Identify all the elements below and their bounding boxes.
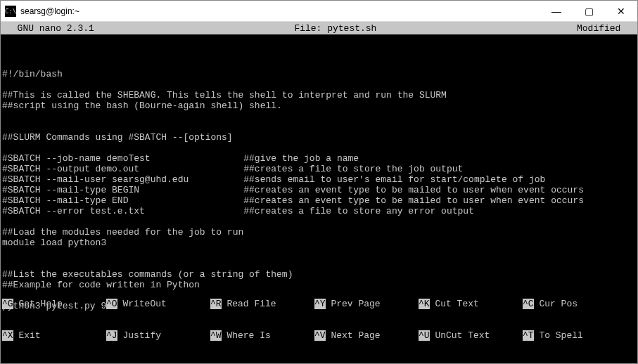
- shortcut-label: To Spell: [534, 330, 583, 341]
- nano-version: GNU nano 2.3.1: [6, 23, 94, 34]
- shortcut-key: ^Y: [314, 299, 326, 309]
- shortcut-key: ^K: [419, 299, 430, 309]
- shortcut-item[interactable]: ^VNext Page: [314, 330, 419, 341]
- nano-modified-indicator: Modified: [577, 23, 632, 34]
- shortcut-label: UnCut Text: [430, 330, 490, 341]
- shortcut-key: ^G: [2, 299, 13, 309]
- maximize-button[interactable]: ▢: [573, 1, 605, 21]
- shortcut-label: Next Page: [326, 330, 381, 341]
- shortcut-item[interactable]: ^TTo Spell: [523, 330, 627, 341]
- shortcut-label: Cur Pos: [534, 299, 578, 309]
- shortcut-key: ^R: [210, 299, 222, 309]
- shortcut-item[interactable]: ^WWhere Is: [210, 330, 314, 341]
- shortcut-label: Prev Page: [326, 299, 381, 309]
- shortcut-item[interactable]: ^GGet Help: [2, 299, 106, 309]
- shortcut-key: ^V: [314, 330, 326, 341]
- shortcut-key: ^T: [523, 330, 534, 341]
- shortcut-key: ^O: [106, 299, 117, 309]
- terminal-window: C:\ searsg@login:~ — ▢ ✕ GNU nano 2.3.1 …: [0, 0, 638, 364]
- shortcut-label: Exit: [13, 330, 41, 341]
- shortcut-item[interactable]: ^RRead File: [210, 299, 314, 309]
- shortcut-label: Where Is: [222, 330, 271, 341]
- shortcut-key: ^X: [2, 330, 13, 341]
- shortcut-item[interactable]: ^XExit: [2, 330, 106, 341]
- shortcut-key: ^C: [523, 299, 534, 309]
- close-button[interactable]: ✕: [605, 1, 637, 21]
- shortcut-key: ^J: [106, 330, 117, 341]
- titlebar[interactable]: C:\ searsg@login:~ — ▢ ✕: [1, 1, 637, 22]
- editor-area[interactable]: #!/bin/bash ##This is called the SHEBANG…: [1, 34, 637, 363]
- shortcut-item[interactable]: ^KCut Text: [419, 299, 523, 309]
- window-title: searsg@login:~: [20, 6, 540, 16]
- nano-shortcut-bar: ^GGet Help^OWriteOut^RRead File^YPrev Pa…: [2, 278, 636, 362]
- shortcut-key: ^U: [419, 330, 430, 341]
- shortcut-label: Read File: [222, 299, 276, 309]
- shortcut-label: Get Help: [13, 299, 63, 309]
- minimize-button[interactable]: —: [540, 1, 573, 21]
- shortcut-item[interactable]: ^JJustify: [106, 330, 210, 341]
- shortcut-item[interactable]: ^OWriteOut: [106, 299, 210, 309]
- shortcut-item[interactable]: ^YPrev Page: [314, 299, 419, 309]
- app-icon: C:\: [5, 6, 16, 17]
- shortcut-label: WriteOut: [117, 299, 167, 309]
- shortcut-row-2: ^XExit^JJustify^WWhere Is^VNext Page^UUn…: [2, 330, 636, 341]
- shortcut-label: Justify: [117, 330, 161, 341]
- shortcut-row-1: ^GGet Help^OWriteOut^RRead File^YPrev Pa…: [2, 299, 636, 309]
- shortcut-item[interactable]: ^UUnCut Text: [419, 330, 523, 341]
- nano-filename: File: pytest.sh: [94, 23, 577, 34]
- editor-content[interactable]: #!/bin/bash ##This is called the SHEBANG…: [2, 58, 636, 311]
- window-controls: — ▢ ✕: [540, 1, 637, 21]
- shortcut-label: Cut Text: [430, 299, 479, 309]
- shortcut-item[interactable]: ^CCur Pos: [523, 299, 627, 309]
- shortcut-key: ^W: [210, 330, 222, 341]
- nano-statusbar: GNU nano 2.3.1 File: pytest.sh Modified: [1, 22, 637, 34]
